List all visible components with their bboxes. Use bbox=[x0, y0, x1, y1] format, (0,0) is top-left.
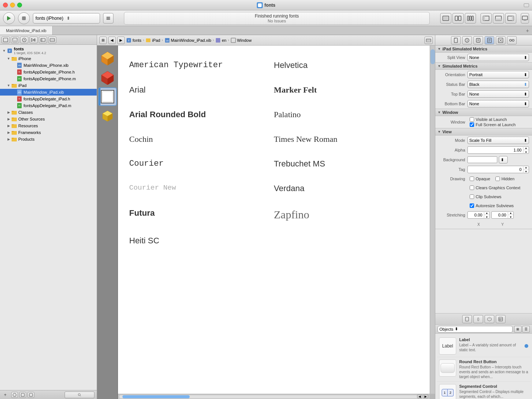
stretch-x-stepper[interactable]: ▲ ▼ bbox=[484, 211, 489, 219]
crumb-window[interactable]: Window bbox=[231, 38, 252, 43]
sidebar-item-delegate-iphone-h[interactable]: h fontsAppDelegate_iPhone.h bbox=[0, 69, 97, 75]
sidebar-bottom-btn-1[interactable] bbox=[11, 392, 18, 398]
section-simulated-header[interactable]: ▼ Simulated Metrics bbox=[435, 63, 532, 70]
maximize-button[interactable] bbox=[17, 3, 22, 7]
scroll-right-btn[interactable]: ▶ bbox=[423, 395, 428, 398]
organizer-btn[interactable] bbox=[521, 13, 529, 24]
canvas-collapse-btn[interactable] bbox=[424, 37, 433, 44]
section-window-header[interactable]: ▼ Window bbox=[435, 109, 532, 116]
tab-mainwindow-ipad[interactable]: MainWindow_iPad.xib bbox=[0, 26, 53, 35]
tree-root-fonts[interactable]: ▼ f fonts 1 target, iOS SDK 4.2 bbox=[0, 46, 97, 55]
scroll-left-btn[interactable]: ◀ bbox=[417, 395, 422, 398]
sidebar-item-mainwindow-iphone[interactable]: xib MainWindow_iPhone.xib bbox=[0, 62, 97, 69]
panel-btn-1[interactable] bbox=[480, 13, 492, 24]
hidden-checkbox[interactable] bbox=[495, 177, 500, 181]
insp-btn-file[interactable] bbox=[451, 36, 461, 44]
split-view-select[interactable]: None ⬍ bbox=[467, 54, 529, 61]
window-resize-icon[interactable] bbox=[524, 3, 529, 7]
insp-btn-size[interactable] bbox=[496, 36, 505, 44]
canvas-grid-toggle[interactable]: ⊞ bbox=[99, 37, 107, 44]
canvas-back-btn[interactable]: ◀ bbox=[108, 37, 116, 44]
sidebar-item-frameworks[interactable]: ▶ Frameworks bbox=[0, 129, 97, 136]
clip-subviews-checkbox[interactable] bbox=[470, 194, 474, 199]
sidebar-item-products[interactable]: ▶ Products bbox=[0, 136, 97, 143]
alpha-down[interactable]: ▼ bbox=[523, 150, 529, 154]
section-ipad-header[interactable]: ▼ iPad Simulated Metrics bbox=[435, 46, 532, 53]
sidebar-item-iphone[interactable]: ▼ iPhone bbox=[0, 55, 97, 62]
insp-bottom-btn-table[interactable] bbox=[496, 315, 505, 323]
objects-list-view-btn[interactable]: ☰ bbox=[522, 326, 530, 333]
canvas-hscrollbar[interactable] bbox=[118, 394, 430, 399]
top-bar-select[interactable]: None ⬍ bbox=[467, 90, 529, 98]
tag-stepper[interactable]: ▲ ▼ bbox=[523, 166, 529, 173]
mode-select[interactable]: Scale To Fill ⬍ bbox=[467, 137, 529, 144]
sidebar-bottom-btn-2[interactable] bbox=[19, 392, 26, 398]
breakpoint-button[interactable] bbox=[103, 13, 113, 24]
sidebar-tb-btn-1[interactable] bbox=[1, 37, 10, 43]
run-button[interactable] bbox=[3, 12, 15, 24]
autoresize-subviews-checkbox[interactable] bbox=[470, 203, 474, 208]
insp-btn-connections[interactable] bbox=[507, 36, 517, 44]
editor-btn-1[interactable] bbox=[440, 13, 451, 24]
insp-btn-quick[interactable]: ? bbox=[462, 36, 472, 44]
editor-btn-2[interactable] bbox=[452, 13, 464, 24]
opaque-checkbox[interactable] bbox=[470, 177, 474, 181]
objects-dropdown[interactable]: Objects ⬍ bbox=[438, 326, 513, 333]
canvas-obj-1[interactable] bbox=[99, 49, 116, 66]
sidebar-bottom-btn-3[interactable] bbox=[28, 392, 34, 398]
panel-btn-2[interactable] bbox=[493, 13, 504, 24]
background-color-swatch[interactable] bbox=[467, 156, 497, 163]
stop-button[interactable] bbox=[18, 12, 30, 24]
stretch-y-stepper[interactable]: ▲ ▼ bbox=[508, 211, 513, 219]
scheme-selector[interactable]: fonts (iPhone) ⬍ bbox=[33, 13, 100, 24]
full-screen-at-launch-checkbox[interactable] bbox=[470, 122, 474, 127]
insp-btn-identity[interactable] bbox=[473, 36, 483, 44]
crumb-en[interactable]: en bbox=[215, 38, 226, 43]
sidebar-tb-btn-5[interactable] bbox=[39, 37, 47, 43]
stretch-x-up[interactable]: ▲ bbox=[484, 211, 489, 215]
tag-up[interactable]: ▲ bbox=[523, 166, 529, 169]
canvas-forward-btn[interactable]: ▶ bbox=[117, 37, 125, 44]
section-view-header[interactable]: ▼ View bbox=[435, 128, 532, 135]
sidebar-item-mainwindow-ipad[interactable]: xib MainWindow_iPad.xib bbox=[0, 89, 97, 96]
sidebar-item-delegate-ipad-h[interactable]: h fontsAppDelegate_iPad.h bbox=[0, 96, 97, 102]
alpha-stepper[interactable]: ▲ ▼ bbox=[523, 146, 529, 154]
stretch-y-down[interactable]: ▼ bbox=[508, 215, 513, 219]
objects-grid-view-btn[interactable]: ⊞ bbox=[514, 326, 522, 333]
sidebar-tb-btn-4[interactable] bbox=[29, 37, 38, 43]
canvas-vscrollbar[interactable] bbox=[430, 46, 435, 394]
background-dropdown[interactable]: ⬍ bbox=[499, 156, 508, 163]
crumb-mainwindow[interactable]: xib MainWindow_iPad.xib bbox=[165, 38, 211, 43]
crumb-fonts[interactable]: f fonts bbox=[126, 38, 141, 43]
tag-down[interactable]: ▼ bbox=[523, 169, 529, 173]
status-bar-select[interactable]: Black ⬍ bbox=[467, 81, 529, 88]
add-tab-button[interactable]: + bbox=[523, 26, 532, 35]
clears-graphics-checkbox[interactable] bbox=[470, 186, 474, 190]
sidebar-search-btn[interactable] bbox=[65, 392, 94, 398]
orientation-select[interactable]: Portrait ⬍ bbox=[467, 71, 529, 78]
sidebar-item-resources[interactable]: ▶ Resources bbox=[0, 122, 97, 129]
sidebar-tb-btn-6[interactable] bbox=[48, 37, 56, 43]
canvas-obj-2[interactable] bbox=[99, 69, 116, 86]
canvas-obj-4[interactable] bbox=[99, 107, 116, 125]
visible-at-launch-checkbox[interactable] bbox=[470, 117, 474, 122]
stretch-y-up[interactable]: ▲ bbox=[508, 211, 513, 215]
alpha-up[interactable]: ▲ bbox=[523, 146, 529, 150]
canvas-obj-3-selected[interactable] bbox=[99, 88, 116, 105]
add-item-button[interactable]: + bbox=[2, 392, 8, 398]
sidebar-item-classes[interactable]: ▶ Classes bbox=[0, 109, 97, 116]
bottom-bar-select[interactable]: None ⬍ bbox=[467, 100, 529, 107]
insp-btn-attributes[interactable] bbox=[485, 36, 494, 44]
stretch-x-down[interactable]: ▼ bbox=[484, 215, 489, 219]
editor-btn-3[interactable] bbox=[465, 13, 476, 24]
sidebar-item-other-sources[interactable]: ▶ Other Sources bbox=[0, 116, 97, 122]
minimize-button[interactable] bbox=[10, 3, 15, 7]
sidebar-item-ipad[interactable]: ▼ iPad bbox=[0, 82, 97, 89]
insp-bottom-btn-cube[interactable] bbox=[485, 315, 494, 323]
insp-bottom-btn-code[interactable]: {} bbox=[473, 315, 483, 323]
crumb-ipad[interactable]: iPad bbox=[146, 38, 160, 43]
close-button[interactable] bbox=[3, 3, 8, 7]
sidebar-item-delegate-ipad-m[interactable]: m fontsAppDelegate_iPad.m bbox=[0, 102, 97, 109]
panel-btn-3[interactable] bbox=[505, 13, 516, 24]
insp-bottom-btn-file[interactable] bbox=[462, 315, 472, 323]
